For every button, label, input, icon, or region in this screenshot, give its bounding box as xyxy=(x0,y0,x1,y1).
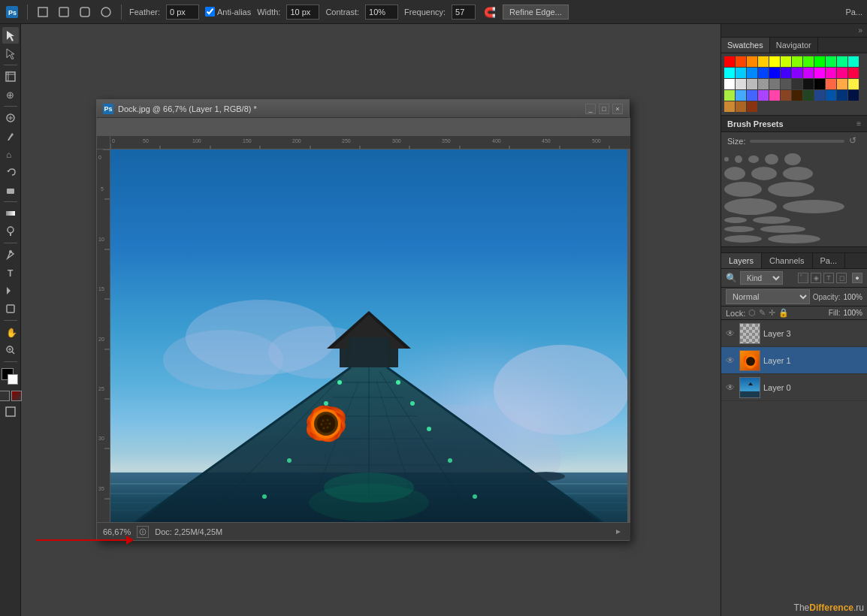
tool-option-1[interactable] xyxy=(56,5,71,20)
blend-mode-select[interactable]: Normal Multiply Screen Overlay xyxy=(726,289,810,304)
eraser-tool[interactable] xyxy=(2,182,19,198)
layer-item-0[interactable]: 👁 xyxy=(721,374,867,401)
antialias-checkbox[interactable] xyxy=(205,7,215,17)
swatch-item[interactable] xyxy=(848,79,859,89)
healing-brush-tool[interactable] xyxy=(2,110,19,126)
lock-move-icon[interactable]: ✛ xyxy=(769,308,775,318)
swatch-item[interactable] xyxy=(848,90,859,101)
screen-mode-button[interactable] xyxy=(5,406,17,419)
swatch-item[interactable] xyxy=(826,90,836,101)
swatch-item[interactable] xyxy=(724,79,735,89)
swatch-item[interactable] xyxy=(758,79,769,89)
brush-scrollbar[interactable] xyxy=(721,246,867,252)
swatch-item[interactable] xyxy=(814,68,825,78)
dodge-tool[interactable] xyxy=(2,223,19,240)
swatch-item[interactable] xyxy=(837,79,847,89)
filter-adjust-icon[interactable]: ◈ xyxy=(811,273,821,283)
swatch-item[interactable] xyxy=(826,79,836,89)
layer-0-visibility[interactable]: 👁 xyxy=(724,382,736,394)
swatch-item[interactable] xyxy=(781,56,791,67)
swatch-item[interactable] xyxy=(848,56,859,67)
foreground-background-colors[interactable] xyxy=(2,368,20,386)
lock-transparent-icon[interactable]: ⬡ xyxy=(748,308,756,318)
brush-preset-row[interactable] xyxy=(724,234,864,243)
swatch-item[interactable] xyxy=(848,68,859,78)
swatch-item[interactable] xyxy=(736,79,746,89)
rectangle-tool-icon[interactable] xyxy=(35,5,50,20)
swatch-item[interactable] xyxy=(769,90,780,101)
standard-mode[interactable] xyxy=(0,391,10,401)
swatch-item[interactable] xyxy=(803,68,814,78)
swatch-item[interactable] xyxy=(747,68,757,78)
width-input[interactable] xyxy=(286,5,319,20)
eyedropper-tool[interactable]: ⊕ xyxy=(2,86,19,103)
zoom-tool[interactable] xyxy=(2,342,19,358)
swatch-item[interactable] xyxy=(758,90,769,101)
close-button[interactable]: × xyxy=(612,104,623,114)
selection-tool[interactable] xyxy=(2,27,19,44)
opacity-value[interactable]: 100% xyxy=(843,293,862,301)
brush-preset-row[interactable] xyxy=(724,216,864,224)
gradient-tool[interactable] xyxy=(2,205,19,222)
direct-selection-tool[interactable] xyxy=(2,45,19,62)
swatch-item[interactable] xyxy=(781,79,791,89)
swatch-item[interactable] xyxy=(792,90,802,101)
swatch-item[interactable] xyxy=(758,68,769,78)
brush-preset-row[interactable] xyxy=(724,182,864,197)
swatch-item[interactable] xyxy=(781,90,791,101)
brush-preset-row[interactable] xyxy=(724,167,864,180)
swatch-item[interactable] xyxy=(747,101,757,112)
brush-preset-row[interactable] xyxy=(724,198,864,215)
swatch-item[interactable] xyxy=(837,56,847,67)
fill-value[interactable]: 100% xyxy=(843,309,862,317)
filter-text-icon[interactable]: T xyxy=(823,273,834,283)
lock-all-icon[interactable]: 🔒 xyxy=(778,308,789,318)
swatch-item[interactable] xyxy=(769,56,780,67)
status-icon[interactable] xyxy=(137,526,149,538)
filter-pixel-icon[interactable]: ⬛ xyxy=(798,273,808,283)
swatch-item[interactable] xyxy=(736,56,746,67)
crop-tool[interactable] xyxy=(2,68,19,85)
navigator-tab[interactable]: Navigator xyxy=(770,38,818,53)
panel-options-icon[interactable]: ≡ xyxy=(856,119,861,128)
pen-tool[interactable] xyxy=(2,246,19,263)
swatch-item[interactable] xyxy=(792,56,802,67)
kind-select[interactable]: Kind Name Effect Mode xyxy=(740,271,783,285)
swatches-tab[interactable]: Swatches xyxy=(721,38,770,53)
swatch-item[interactable] xyxy=(803,79,814,89)
hand-tool[interactable]: ✋ xyxy=(2,324,19,340)
magnet-icon[interactable]: 🧲 xyxy=(482,5,497,20)
swatch-item[interactable] xyxy=(792,68,802,78)
size-slider[interactable] xyxy=(750,140,844,143)
swatch-item[interactable] xyxy=(724,90,735,101)
swatch-item[interactable] xyxy=(814,79,825,89)
feather-input[interactable] xyxy=(166,5,199,20)
minimize-button[interactable]: _ xyxy=(585,104,596,114)
text-tool[interactable]: T xyxy=(2,264,19,281)
layer-item-1[interactable]: 👁 Layer 1 xyxy=(721,347,867,374)
swatch-item[interactable] xyxy=(792,79,802,89)
tool-option-2[interactable] xyxy=(77,5,92,20)
filter-shape-icon[interactable]: ◻ xyxy=(836,273,847,283)
swatch-item[interactable] xyxy=(826,56,836,67)
swatch-item[interactable] xyxy=(769,68,780,78)
lock-brush-icon[interactable]: ✎ xyxy=(759,308,766,318)
swatch-item[interactable] xyxy=(837,68,847,78)
swatch-item[interactable] xyxy=(814,90,825,101)
swatch-item[interactable] xyxy=(736,101,746,112)
clone-stamp-tool[interactable]: ⌂ xyxy=(2,146,19,162)
layers-tab[interactable]: Layers xyxy=(721,253,762,268)
brush-tool[interactable] xyxy=(2,128,19,144)
panel-collapse-bar[interactable]: » xyxy=(721,24,867,38)
refresh-button[interactable]: ↺ xyxy=(849,135,861,147)
swatch-item[interactable] xyxy=(747,90,757,101)
swatch-item[interactable] xyxy=(736,90,746,101)
swatch-item[interactable] xyxy=(803,90,814,101)
contrast-input[interactable] xyxy=(365,5,398,20)
layer-item-3[interactable]: 👁 Layer 3 xyxy=(721,320,867,347)
swatch-item[interactable] xyxy=(724,56,735,67)
history-brush-tool[interactable] xyxy=(2,164,19,180)
swatch-item[interactable] xyxy=(814,56,825,67)
swatch-item[interactable] xyxy=(826,68,836,78)
brush-preset-row[interactable] xyxy=(724,153,864,165)
